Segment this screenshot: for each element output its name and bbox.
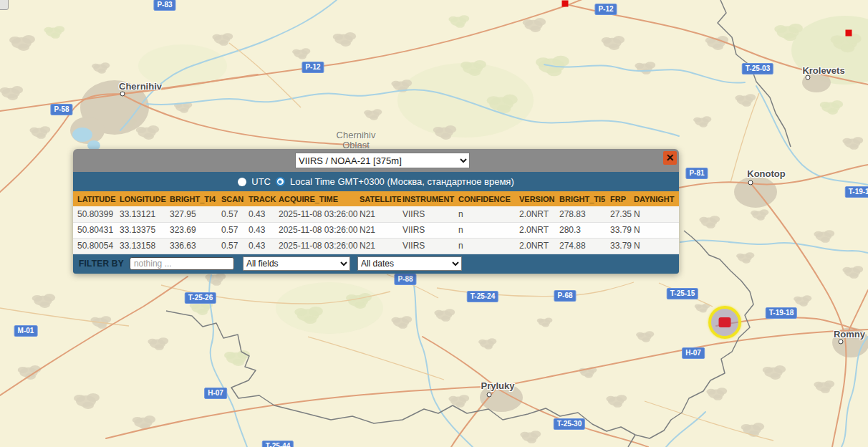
road-label-m-01: M-01 <box>14 325 38 337</box>
column-header-instrument[interactable]: INSTRUMENT <box>401 191 457 206</box>
map[interactable]: Chernihiv Oblast ChernihivKrolevetsKonot… <box>0 0 868 447</box>
road-label-t-25-24: T-25-24 <box>467 291 498 302</box>
table-cell: 280.3 <box>558 222 609 238</box>
table-cell: 33.13375 <box>118 222 168 238</box>
table-cell: VIIRS <box>401 238 457 254</box>
column-header-version[interactable]: VERSION <box>518 191 558 206</box>
table-header-row: LATITUDELONGITUDEBRIGHT_TI4SCANTRACKACQU… <box>73 191 679 206</box>
utc-radio-label[interactable]: UTC <box>251 176 271 187</box>
map-control-partial[interactable] <box>0 0 9 10</box>
column-header-longitude[interactable]: LONGITUDE <box>118 191 168 206</box>
road-label-p-68: P-68 <box>554 290 576 302</box>
city-marker-icon <box>839 340 844 345</box>
table-cell: 0.43 <box>247 206 277 222</box>
table-cell: n <box>457 206 518 222</box>
table-cell: 0.43 <box>247 238 277 254</box>
road-label-p-83: P-83 <box>153 0 175 11</box>
table-cell: 2025-11-08 03:26:00 <box>277 238 358 254</box>
fire-point-icon[interactable] <box>562 1 569 7</box>
city-marker-icon <box>806 75 811 80</box>
table-cell: 0.57 <box>220 206 247 222</box>
filter-input[interactable] <box>130 257 234 270</box>
layer-select[interactable]: VIIRS / NOAA-21 [375m] <box>295 153 470 168</box>
table-cell: 2.0NRT <box>518 238 558 254</box>
road-label-h-07: H-07 <box>682 347 705 359</box>
table-cell: 327.95 <box>168 206 220 222</box>
road-label-p-12: P-12 <box>302 62 324 73</box>
filter-dates-select[interactable]: All dates <box>357 256 462 271</box>
city-marker-icon <box>748 181 753 186</box>
filter-bar: FILTER BY All fields All dates <box>73 254 679 274</box>
table-cell: 0.43 <box>247 222 277 238</box>
table-cell: 336.63 <box>168 238 220 254</box>
city-marker-icon <box>120 92 125 97</box>
column-header-latitude[interactable]: LATITUDE <box>73 191 118 206</box>
table-cell: 2025-11-08 03:26:00 <box>277 206 358 222</box>
region-label-line1: Chernihiv <box>337 130 376 140</box>
local-time-radio-label[interactable]: Local Time GMT+0300 (Москва, стандартное… <box>290 176 514 187</box>
close-icon[interactable]: ✕ <box>663 151 677 165</box>
road-label-p-12: P-12 <box>594 4 617 15</box>
table-cell: VIIRS <box>401 222 457 238</box>
table-cell: n <box>457 238 518 254</box>
table-cell: 33.13121 <box>118 206 168 222</box>
column-header-frp[interactable]: FRP <box>609 191 632 206</box>
road-label-h-07: H-07 <box>204 388 227 399</box>
table-row[interactable]: 50.8039933.13121327.950.570.432025-11-08… <box>73 206 679 222</box>
filter-by-label: FILTER BY <box>79 259 124 269</box>
table-cell: N21 <box>358 238 401 254</box>
city-marker-icon <box>487 393 492 398</box>
table-cell: 50.80054 <box>73 238 118 254</box>
table-cell: 274.88 <box>558 238 609 254</box>
table-cell: N21 <box>358 222 401 238</box>
column-header-acquire_time[interactable]: ACQUIRE_TIME <box>277 191 358 206</box>
popup-header: VIIRS / NOAA-21 [375m] ✕ <box>73 149 679 172</box>
region-label: Chernihiv Oblast <box>337 130 376 150</box>
table-cell: N21 <box>358 206 401 222</box>
table-cell: 33.79 <box>609 222 632 238</box>
road-label-t-25-30: T-25-30 <box>554 418 585 430</box>
time-zone-bar: UTC Local Time GMT+0300 (Москва, стандар… <box>73 172 679 191</box>
local-time-radio[interactable] <box>276 177 285 186</box>
fire-point-icon[interactable] <box>846 30 852 37</box>
column-header-bright_ti4[interactable]: BRIGHT_TI4 <box>168 191 220 206</box>
road-label-p-81: P-81 <box>685 168 708 179</box>
utc-radio[interactable] <box>238 178 246 186</box>
fire-detections-table: LATITUDELONGITUDEBRIGHT_TI4SCANTRACKACQU… <box>73 191 679 254</box>
road-label-t-19-18: T-19-18 <box>845 186 868 198</box>
city-label-konotop: Konotop <box>747 168 785 179</box>
table-cell: N <box>632 222 679 238</box>
fire-data-popup: VIIRS / NOAA-21 [375m] ✕ UTC Local Time … <box>73 149 679 274</box>
fire-table-body: 50.8039933.13121327.950.570.432025-11-08… <box>73 206 679 254</box>
table-cell: 2.0NRT <box>518 206 558 222</box>
column-header-confidence[interactable]: CONFIDENCE <box>457 191 518 206</box>
column-header-track[interactable]: TRACK <box>247 191 277 206</box>
city-label-chernihiv: Chernihiv <box>119 81 162 92</box>
column-header-satellite[interactable]: SATELLITE <box>358 191 401 206</box>
table-cell: 323.69 <box>168 222 220 238</box>
table-cell: 2025-11-08 03:26:00 <box>277 222 358 238</box>
road-label-t-25-15: T-25-15 <box>667 288 698 299</box>
city-label-pryluky: Pryluky <box>481 380 515 391</box>
fire-detection-icon <box>719 317 731 327</box>
table-cell: n <box>457 222 518 238</box>
road-label-p-58: P-58 <box>50 104 72 115</box>
road-label-t-25-44: T-25-44 <box>262 441 294 447</box>
table-cell: 33.13158 <box>118 238 168 254</box>
table-cell: N <box>632 238 679 254</box>
table-cell: 278.83 <box>558 206 609 222</box>
city-label-krolevets: Krolevets <box>802 65 844 76</box>
filter-fields-select[interactable]: All fields <box>243 256 350 271</box>
selected-fire-marker[interactable] <box>708 306 741 339</box>
road-label-t-25-26: T-25-26 <box>185 292 216 304</box>
table-cell: N <box>632 206 679 222</box>
table-row[interactable]: 50.8005433.13158336.630.570.432025-11-08… <box>73 238 679 254</box>
road-label-p-88: P-88 <box>394 274 416 285</box>
column-header-scan[interactable]: SCAN <box>220 191 247 206</box>
column-header-daynight[interactable]: DAYNIGHT <box>632 191 679 206</box>
column-header-bright_ti5[interactable]: BRIGHT_TI5 <box>558 191 609 206</box>
table-cell: 0.57 <box>220 222 247 238</box>
table-row[interactable]: 50.8043133.13375323.690.570.432025-11-08… <box>73 222 679 238</box>
table-cell: 50.80399 <box>73 206 118 222</box>
road-label-t-25-03: T-25-03 <box>742 63 773 74</box>
